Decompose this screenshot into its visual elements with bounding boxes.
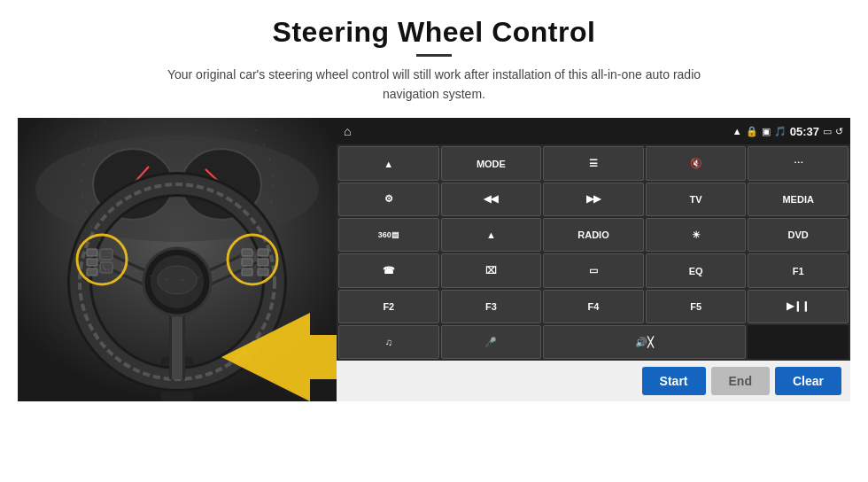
f4-button[interactable]: F4 bbox=[543, 290, 644, 323]
nav2-button[interactable]: ⌧ bbox=[441, 253, 542, 287]
f1-label: F1 bbox=[793, 266, 804, 276]
settings-button[interactable]: ⚙ bbox=[338, 183, 439, 216]
svg-rect-22 bbox=[242, 259, 252, 266]
radio-button[interactable]: RADIO bbox=[543, 218, 644, 252]
eq-button[interactable]: EQ bbox=[646, 253, 747, 287]
svg-rect-21 bbox=[242, 249, 252, 256]
phone-icon: ☎ bbox=[383, 265, 395, 276]
wifi-icon: ▲ bbox=[732, 126, 742, 136]
f4-label: F4 bbox=[588, 301, 600, 312]
cam360-icon: 360▤ bbox=[378, 230, 399, 239]
mute-icon: 🔇 bbox=[690, 158, 702, 169]
brightness-button[interactable]: ☀ bbox=[646, 218, 747, 252]
svg-rect-23 bbox=[242, 268, 252, 276]
nav-button[interactable]: ▲ bbox=[338, 146, 439, 180]
f5-button[interactable]: F5 bbox=[646, 290, 747, 323]
home-icon: ⌂ bbox=[344, 124, 351, 138]
empty-cell bbox=[748, 325, 849, 359]
dvd-label: DVD bbox=[788, 229, 809, 240]
list-button[interactable]: ☰ bbox=[543, 146, 644, 180]
vol-phone-icon: 🔊╳ bbox=[635, 337, 654, 348]
apps-icon: ⋯ bbox=[794, 158, 803, 169]
music-button[interactable]: ♫ bbox=[338, 325, 439, 359]
svg-rect-14 bbox=[87, 249, 97, 256]
prev-button[interactable]: ◀◀ bbox=[441, 183, 542, 216]
prev-icon: ◀◀ bbox=[484, 193, 498, 205]
action-bar: Start End Clear bbox=[337, 361, 850, 401]
status-icons: ▲ 🔒 ▣ 🎵 05:37 ▭ ↺ bbox=[732, 125, 843, 138]
svg-rect-25 bbox=[258, 259, 268, 266]
media-label: MEDIA bbox=[782, 194, 813, 205]
f2-label: F2 bbox=[383, 301, 394, 312]
svg-point-12 bbox=[158, 266, 197, 294]
dvd-button[interactable]: DVD bbox=[748, 218, 849, 252]
settings-icon: ⚙ bbox=[384, 193, 393, 205]
playpause-button[interactable]: ▶❙❙ bbox=[748, 290, 849, 323]
media-button[interactable]: MEDIA bbox=[748, 183, 849, 216]
screen-icon: ▭ bbox=[823, 126, 832, 137]
next-icon: ▶▶ bbox=[586, 193, 601, 205]
f2-button[interactable]: F2 bbox=[338, 290, 439, 323]
f3-label: F3 bbox=[485, 301, 497, 312]
svg-rect-24 bbox=[258, 249, 268, 256]
title-underline bbox=[416, 54, 452, 57]
svg-rect-16 bbox=[87, 268, 97, 276]
radio-label: RADIO bbox=[577, 229, 608, 240]
button-grid: ▲ MODE ☰ 🔇 ⋯ ⚙ ◀◀ bbox=[337, 144, 850, 361]
mic-icon: 🎤 bbox=[484, 337, 497, 348]
eject-button[interactable]: ▲ bbox=[441, 218, 542, 252]
tv-label: TV bbox=[690, 194, 702, 205]
phone-button[interactable]: ☎ bbox=[338, 253, 439, 287]
bt-icon: 🎵 bbox=[774, 126, 787, 137]
sim-icon: ▣ bbox=[762, 126, 771, 137]
android-panel: ⌂ ▲ 🔒 ▣ 🎵 05:37 ▭ ↺ ▲ MODE bbox=[337, 118, 850, 401]
list-icon: ☰ bbox=[589, 158, 598, 169]
apps-button[interactable]: ⋯ bbox=[748, 146, 849, 180]
end-button[interactable]: End bbox=[711, 367, 770, 395]
clear-button[interactable]: Clear bbox=[775, 367, 841, 395]
svg-rect-26 bbox=[258, 268, 268, 276]
screen-button[interactable]: ▭ bbox=[543, 253, 644, 287]
svg-rect-17 bbox=[100, 249, 112, 260]
playpause-icon: ▶❙❙ bbox=[787, 300, 810, 312]
mic-button[interactable]: 🎤 bbox=[441, 325, 542, 359]
f1-button[interactable]: F1 bbox=[748, 253, 849, 287]
f5-label: F5 bbox=[690, 301, 701, 312]
f3-button[interactable]: F3 bbox=[441, 290, 542, 323]
steering-wheel-image: 📞 bbox=[18, 118, 337, 401]
brightness-icon: ☀ bbox=[692, 229, 701, 241]
eject-icon: ▲ bbox=[486, 229, 496, 240]
eq-label: EQ bbox=[689, 266, 703, 276]
page-title: Steering Wheel Control bbox=[273, 16, 596, 49]
mute-button[interactable]: 🔇 bbox=[646, 146, 747, 180]
page-wrapper: Steering Wheel Control Your original car… bbox=[0, 0, 868, 482]
nav-icon: ▲ bbox=[384, 159, 393, 169]
status-bar: ⌂ ▲ 🔒 ▣ 🎵 05:37 ▭ ↺ bbox=[337, 118, 850, 144]
tv-button[interactable]: TV bbox=[646, 183, 747, 216]
svg-text:📞: 📞 bbox=[101, 263, 110, 272]
cam360-button[interactable]: 360▤ bbox=[338, 218, 439, 252]
page-subtitle: Your original car's steering wheel contr… bbox=[151, 66, 717, 104]
back-icon: ↺ bbox=[835, 126, 843, 137]
next-button[interactable]: ▶▶ bbox=[543, 183, 644, 216]
vol-phone-button[interactable]: 🔊╳ bbox=[543, 325, 746, 359]
mode-button[interactable]: MODE bbox=[441, 146, 542, 180]
music-icon: ♫ bbox=[385, 337, 392, 347]
nav2-icon: ⌧ bbox=[485, 265, 497, 276]
screen-icon: ▭ bbox=[589, 265, 598, 276]
status-time: 05:37 bbox=[790, 125, 819, 138]
content-area: 📞 ⌂ bbox=[18, 118, 850, 401]
lock-icon: 🔒 bbox=[746, 126, 758, 137]
mode-label: MODE bbox=[477, 159, 506, 169]
start-button[interactable]: Start bbox=[642, 367, 706, 395]
svg-rect-15 bbox=[87, 259, 97, 266]
